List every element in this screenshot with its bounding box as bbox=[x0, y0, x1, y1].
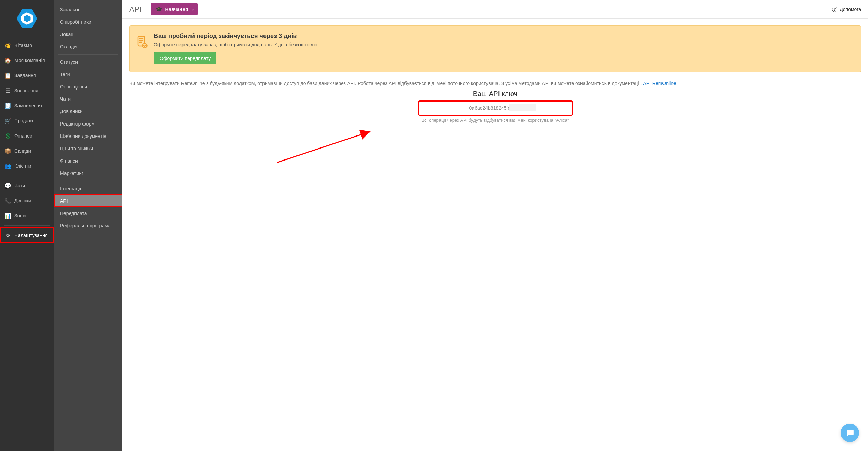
settings-item[interactable]: Ціни та знижки bbox=[54, 142, 122, 155]
sidebar-item-label: Продажі bbox=[14, 118, 33, 123]
settings-item[interactable]: Загальні bbox=[54, 3, 122, 16]
main-area: API 🎓 Навчання ⌄ ? Допомога Ваш пробний … bbox=[122, 0, 868, 451]
chat-fab[interactable] bbox=[841, 424, 859, 442]
sidebar-item-orders[interactable]: 🧾Замовлення bbox=[0, 98, 54, 113]
sidebar-item-warehouses[interactable]: 📦Склади bbox=[0, 143, 54, 158]
settings-item[interactable]: Редактор форм bbox=[54, 118, 122, 130]
settings-item[interactable]: API bbox=[54, 195, 122, 207]
sidebar-item-clients[interactable]: 👥Клієнти bbox=[0, 158, 54, 174]
sales-icon: 🛒 bbox=[5, 118, 11, 124]
settings-item[interactable]: Статуси bbox=[54, 56, 122, 68]
settings-item[interactable]: Теги bbox=[54, 68, 122, 81]
sidebar-item-label: Фінанси bbox=[14, 133, 32, 139]
orders-icon: 🧾 bbox=[5, 103, 11, 109]
api-docs-link[interactable]: API RemOnline bbox=[643, 81, 676, 86]
svg-line-5 bbox=[277, 132, 370, 163]
settings-sidebar: ЗагальніСпівробітникиЛокаціїСкладиСтатус… bbox=[54, 0, 122, 451]
settings-item[interactable]: Чати bbox=[54, 93, 122, 105]
sidebar-item-calls[interactable]: 📞Дзвінки bbox=[0, 193, 54, 208]
sidebar-item-label: Звернення bbox=[14, 88, 38, 93]
graduation-cap-icon: 🎓 bbox=[156, 6, 162, 12]
chat-icon bbox=[845, 428, 854, 437]
topbar: API 🎓 Навчання ⌄ ? Допомога bbox=[122, 0, 868, 19]
sidebar-item-label: Клієнти bbox=[14, 163, 31, 169]
api-key-heading: Ваш API ключ bbox=[129, 90, 861, 98]
sidebar-item-leads[interactable]: ☰Звернення bbox=[0, 83, 54, 98]
banner-title: Ваш пробний період закінчується через 3 … bbox=[154, 33, 853, 40]
sidebar-item-chats[interactable]: 💬Чати bbox=[0, 178, 54, 193]
sidebar-item-label: Дзвінки bbox=[14, 198, 31, 203]
content: Ваш пробний період закінчується через 3 … bbox=[122, 19, 868, 451]
sidebar-item-label: Склади bbox=[14, 148, 31, 154]
app-logo bbox=[17, 8, 37, 29]
page-title: API bbox=[129, 5, 141, 14]
settings-item[interactable]: Фінанси bbox=[54, 155, 122, 167]
sidebar-item-label: Звіти bbox=[14, 213, 26, 218]
settings-item[interactable]: Співробітники bbox=[54, 16, 122, 28]
document-icon bbox=[137, 36, 148, 48]
chevron-down-icon: ⌄ bbox=[191, 7, 194, 11]
settings-item[interactable]: Передплата bbox=[54, 207, 122, 219]
help-label: Допомога bbox=[840, 7, 861, 12]
chats-icon: 💬 bbox=[5, 182, 11, 189]
tasks-icon: 📋 bbox=[5, 72, 11, 79]
warehouses-icon: 📦 bbox=[5, 148, 11, 154]
learn-button[interactable]: 🎓 Навчання ⌄ bbox=[151, 3, 198, 15]
sidebar-item-label: Налаштування bbox=[14, 233, 48, 238]
trial-banner: Ваш пробний період закінчується через 3 … bbox=[129, 25, 861, 72]
settings-item[interactable]: Маркетинг bbox=[54, 167, 122, 179]
learn-label: Навчання bbox=[165, 7, 188, 12]
settings-item[interactable]: Оповіщення bbox=[54, 81, 122, 93]
sidebar-item-label: Чати bbox=[14, 183, 25, 188]
sidebar-item-tasks[interactable]: 📋Завдання bbox=[0, 68, 54, 83]
sidebar-item-settings[interactable]: ⚙Налаштування bbox=[0, 228, 54, 243]
welcome-icon: 👋 bbox=[5, 42, 11, 48]
settings-icon: ⚙ bbox=[5, 232, 11, 238]
settings-item[interactable]: Шаблони документів bbox=[54, 130, 122, 142]
sidebar-item-reports[interactable]: 📊Звіти bbox=[0, 208, 54, 223]
primary-sidebar: 👋Вітаємо🏠Моя компанія📋Завдання☰Звернення… bbox=[0, 0, 54, 451]
reports-icon: 📊 bbox=[5, 213, 11, 219]
leads-icon: ☰ bbox=[5, 87, 11, 94]
sidebar-item-label: Замовлення bbox=[14, 103, 42, 108]
calls-icon: 📞 bbox=[5, 198, 11, 204]
my-company-icon: 🏠 bbox=[5, 57, 11, 63]
settings-item[interactable]: Інтеграції bbox=[54, 182, 122, 195]
finance-icon: 💲 bbox=[5, 133, 11, 139]
help-link[interactable]: ? Допомога bbox=[832, 7, 861, 12]
banner-text: Оформте передплату зараз, щоб отримати д… bbox=[154, 42, 853, 47]
clients-icon: 👥 bbox=[5, 163, 11, 169]
sidebar-item-label: Моя компанія bbox=[14, 58, 45, 63]
help-icon: ? bbox=[832, 7, 837, 12]
settings-item[interactable]: Склади bbox=[54, 40, 122, 53]
sidebar-item-my-company[interactable]: 🏠Моя компанія bbox=[0, 53, 54, 68]
sidebar-item-welcome[interactable]: 👋Вітаємо bbox=[0, 38, 54, 53]
settings-item[interactable]: Довідники bbox=[54, 105, 122, 118]
intro-text: Ви можете інтегрувати RemOnline з будь-я… bbox=[129, 80, 861, 87]
sidebar-item-label: Завдання bbox=[14, 73, 36, 78]
subscribe-button[interactable]: Оформити передплату bbox=[154, 52, 216, 64]
settings-item[interactable]: Локації bbox=[54, 28, 122, 40]
api-key-note: Всі операції через API будуть відбуватис… bbox=[129, 118, 861, 123]
api-key-block: Ваш API ключ Всі операції через API буду… bbox=[129, 90, 861, 123]
sidebar-item-label: Вітаємо bbox=[14, 43, 32, 48]
api-key-input[interactable] bbox=[419, 102, 572, 114]
sidebar-item-finance[interactable]: 💲Фінанси bbox=[0, 128, 54, 143]
sidebar-item-sales[interactable]: 🛒Продажі bbox=[0, 113, 54, 128]
settings-item[interactable]: Реферальна програма bbox=[54, 219, 122, 232]
